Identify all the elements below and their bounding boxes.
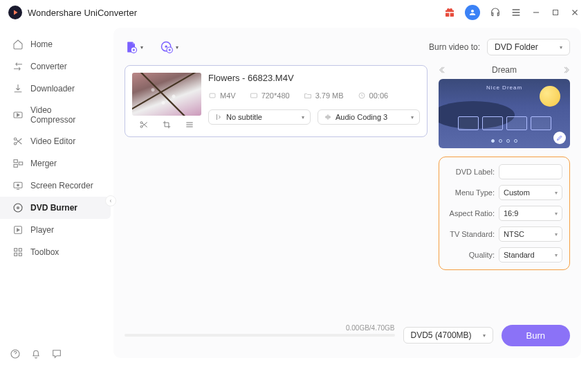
svg-rect-22	[210, 94, 215, 98]
sidebar-collapse-button[interactable]: ‹	[105, 195, 116, 206]
home-icon	[12, 39, 24, 50]
sidebar-item-label: Downloader	[30, 84, 75, 94]
chevron-down-icon: ▾	[555, 252, 558, 258]
edit-template-button[interactable]	[553, 132, 566, 144]
sidebar: Home Converter Downloader Video Compress…	[0, 25, 111, 365]
subtitle-icon	[214, 113, 223, 121]
svg-rect-6	[19, 162, 22, 165]
notification-icon[interactable]	[30, 348, 42, 359]
gift-icon[interactable]	[444, 7, 455, 18]
crop-icon[interactable]	[162, 120, 172, 130]
sidebar-item-label: Screen Recorder	[30, 181, 93, 190]
recorder-icon	[12, 180, 24, 191]
sidebar-item-player[interactable]: Player	[0, 219, 111, 241]
quality-label: Quality:	[446, 251, 495, 259]
svg-rect-13	[19, 249, 21, 251]
aspect-ratio-select[interactable]: 16:9 ▾	[499, 206, 562, 221]
sidebar-item-label: Home	[30, 39, 53, 49]
chevron-down-icon: ▾	[555, 231, 558, 238]
clock-icon	[358, 91, 366, 100]
menu-icon[interactable]	[511, 7, 522, 18]
resolution-icon	[250, 91, 258, 100]
file-add-icon	[125, 40, 138, 54]
scissors-icon	[12, 136, 24, 147]
close-button[interactable]	[570, 8, 580, 17]
app-logo	[8, 6, 22, 19]
sidebar-item-label: Player	[30, 225, 54, 235]
chevron-down-icon: ▾	[560, 44, 562, 51]
format-icon	[208, 91, 217, 100]
burn-to-select[interactable]: DVD Folder ▾	[487, 39, 570, 55]
sidebar-item-toolbox[interactable]: Toolbox	[0, 241, 111, 263]
footer: 0.00GB/4.70GB DVD5 (4700MB) ▾ Burn	[125, 321, 570, 350]
user-avatar-icon[interactable]	[465, 5, 480, 20]
sidebar-item-label: Video Editor	[30, 136, 75, 146]
next-template-button[interactable]	[560, 65, 570, 75]
svg-point-9	[14, 204, 22, 212]
select-value: DVD Folder	[495, 42, 538, 52]
add-file-button[interactable]: ▾	[125, 40, 143, 54]
disc-type-select[interactable]: DVD5 (4700MB) ▾	[403, 327, 493, 344]
chevron-down-icon: ▾	[483, 332, 486, 339]
sidebar-item-label: Toolbox	[30, 247, 59, 257]
headset-icon[interactable]	[490, 7, 501, 18]
duration-meta: 00:06	[358, 91, 389, 100]
template-pagination	[439, 139, 570, 143]
file-name: Flowers - 66823.M4V	[208, 73, 420, 83]
format-meta: M4V	[208, 91, 236, 100]
svg-rect-0	[553, 10, 558, 15]
svg-rect-5	[14, 164, 17, 167]
trim-icon[interactable]	[139, 120, 149, 130]
resolution-meta: 720*480	[250, 91, 290, 100]
template-nav: Dream	[439, 65, 570, 75]
chevron-down-icon: ▾	[555, 190, 558, 196]
minimize-button[interactable]	[531, 8, 541, 17]
sidebar-item-dvd-burner[interactable]: DVD Burner	[0, 197, 111, 219]
effects-icon[interactable]	[185, 120, 194, 130]
sidebar-item-merger[interactable]: Merger	[0, 152, 111, 175]
maximize-button[interactable]	[551, 8, 560, 17]
sidebar-item-downloader[interactable]: Downloader	[0, 78, 111, 100]
burn-button[interactable]: Burn	[502, 325, 570, 346]
toolbar: ▾ ▾ Burn video to: DVD Folder ▾	[125, 36, 570, 58]
aspect-ratio-label: Aspect Ratio:	[446, 209, 495, 217]
menu-type-select[interactable]: Custom ▾	[499, 185, 562, 200]
chevron-down-icon: ▾	[555, 211, 558, 217]
template-preview-title: Nice Dream	[486, 84, 522, 91]
sidebar-item-label: DVD Burner	[30, 203, 77, 213]
menu-type-label: Menu Type:	[446, 188, 495, 197]
template-name: Dream	[492, 65, 517, 75]
sidebar-item-home[interactable]: Home	[0, 33, 111, 55]
compressor-icon	[12, 109, 24, 121]
file-card: Flowers - 66823.M4V M4V 720*480	[125, 65, 428, 137]
chevron-down-icon: ▾	[411, 114, 414, 121]
quality-select[interactable]: Standard ▾	[499, 247, 562, 262]
sidebar-item-video-editor[interactable]: Video Editor	[0, 130, 111, 152]
download-icon	[12, 83, 24, 94]
template-preview[interactable]: Nice Dream	[439, 79, 570, 148]
capacity-text: 0.00GB/4.70GB	[346, 324, 395, 332]
video-thumbnail[interactable]	[132, 73, 201, 116]
sidebar-item-screen-recorder[interactable]: Screen Recorder	[0, 175, 111, 197]
sidebar-item-converter[interactable]: Converter	[0, 55, 111, 78]
add-disc-button[interactable]: ▾	[160, 40, 178, 54]
feedback-icon[interactable]	[51, 348, 62, 359]
prev-template-button[interactable]	[439, 65, 448, 75]
tv-standard-select[interactable]: NTSC ▾	[499, 226, 562, 242]
burn-to-label: Burn video to:	[429, 42, 480, 52]
sidebar-item-video-compressor[interactable]: Video Compressor	[0, 100, 111, 130]
play-icon	[12, 224, 24, 235]
converter-icon	[12, 61, 24, 72]
help-icon[interactable]	[10, 348, 21, 359]
tv-standard-label: TV Standard:	[446, 230, 495, 238]
svg-rect-4	[14, 160, 17, 163]
subtitle-select[interactable]: No subtitle ▾	[208, 109, 311, 125]
chevron-down-icon: ▾	[176, 44, 178, 51]
audio-select[interactable]: Audio Coding 3 ▾	[318, 109, 420, 125]
svg-point-18	[165, 46, 167, 48]
bottombar	[10, 348, 62, 359]
audio-icon	[324, 113, 332, 121]
dvd-label-input[interactable]	[499, 164, 562, 179]
pencil-icon	[556, 134, 563, 141]
svg-rect-23	[250, 94, 257, 98]
